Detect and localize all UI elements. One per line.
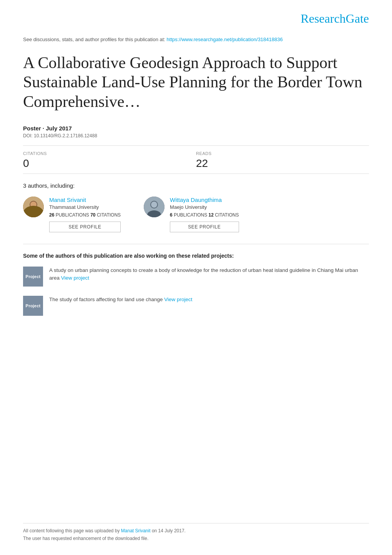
paper-title: A Collaborative Geodesign Approach to Su…: [23, 53, 369, 111]
publication-link[interactable]: https://www.researchgate.net/publication…: [167, 37, 283, 42]
citations-col: CITATIONS 0: [23, 151, 196, 170]
svg-point-3: [30, 202, 37, 208]
meta-section: Poster · July 2017 DOI: 10.13140/RG.2.2.…: [23, 125, 369, 138]
svg-point-0: [23, 197, 44, 217]
paper-dot: ·: [43, 125, 46, 132]
author-stats-2: 6 PUBLICATIONS 12 CITATIONS: [170, 212, 239, 218]
author-name-2[interactable]: Wittaya Daungthima: [170, 197, 239, 203]
project-link-2[interactable]: View project: [164, 297, 192, 302]
author-stats-1: 26 PUBLICATIONS 70 CITATIONS: [49, 212, 121, 218]
page-container: ResearchGate See discussions, stats, and…: [0, 0, 392, 555]
reads-label: READS: [196, 151, 361, 156]
project-link-1[interactable]: View project: [61, 275, 89, 281]
author-avatar-1: [23, 197, 44, 217]
svg-point-7: [151, 202, 157, 208]
stats-divider: [23, 173, 369, 174]
author-institution-1: Thammasat University: [49, 204, 121, 210]
see-profile-button-1[interactable]: SEE PROFILE: [49, 222, 121, 232]
author-cites-label-2: CITATIONS: [215, 212, 239, 218]
authors-grid: Manat Srivanit Thammasat University 26 P…: [23, 197, 369, 232]
author-pubs-count-2: 6: [170, 212, 173, 218]
author-cites-label-1: CITATIONS: [97, 212, 121, 218]
author-top-1: Manat Srivanit Thammasat University 26 P…: [23, 197, 121, 232]
related-projects-heading: Some of the authors of this publication …: [23, 244, 369, 259]
author-info-1: Manat Srivanit Thammasat University 26 P…: [49, 197, 121, 232]
intro-line: See discussions, stats, and author profi…: [23, 37, 369, 42]
stats-row: CITATIONS 0 READS 22: [23, 145, 369, 170]
header: ResearchGate: [23, 12, 369, 26]
author-card-1: Manat Srivanit Thammasat University 26 P…: [23, 197, 121, 232]
author-name-1[interactable]: Manat Srivanit: [49, 197, 121, 203]
footer-line-1: All content following this page was uplo…: [23, 528, 369, 533]
author-pubs-label-1: PUBLICATIONS: [56, 212, 90, 218]
author-institution-2: Maejo University: [170, 204, 239, 210]
paper-type: Poster: [23, 125, 41, 132]
page-footer: All content following this page was uplo…: [23, 523, 369, 543]
paper-type-date: Poster · July 2017: [23, 125, 369, 132]
svg-point-2: [27, 210, 40, 217]
author-card-2: Wittaya Daungthima Maejo University 6 PU…: [144, 197, 239, 232]
author-cites-count-2: 12: [209, 212, 214, 218]
project-item-1: Project A study on urban planning concep…: [23, 267, 369, 287]
author-cites-count-1: 70: [90, 212, 95, 218]
author-pubs-count-1: 26: [49, 212, 54, 218]
authors-including: , including:: [47, 182, 75, 189]
see-profile-button-2[interactable]: SEE PROFILE: [170, 222, 239, 232]
researchgate-logo: ResearchGate: [301, 12, 369, 26]
reads-col: READS 22: [196, 151, 369, 170]
paper-doi: DOI: 10.13140/RG.2.2.17186.12488: [23, 133, 369, 138]
author-info-2: Wittaya Daungthima Maejo University 6 PU…: [170, 197, 239, 232]
project-text-2: The study of factors affecting for land …: [49, 296, 192, 303]
footer-line-2: The user has requested enhancement of th…: [23, 536, 369, 541]
authors-count: 3 authors: [23, 182, 47, 189]
author-top-2: Wittaya Daungthima Maejo University 6 PU…: [144, 197, 239, 232]
project-item-2: Project The study of factors affecting f…: [23, 296, 369, 316]
project-icon-2: Project: [23, 296, 43, 316]
paper-date: July 2017: [46, 125, 72, 132]
author-pubs-label-2: PUBLICATIONS: [174, 212, 208, 218]
author-avatar-2: [144, 197, 164, 217]
project-icon-1: Project: [23, 267, 43, 287]
reads-value: 22: [196, 157, 361, 170]
authors-heading: 3 authors, including:: [23, 182, 369, 189]
citations-label: CITATIONS: [23, 151, 188, 156]
intro-text: See discussions, stats, and author profi…: [23, 37, 165, 42]
citations-value: 0: [23, 157, 188, 170]
project-text-1: A study on urban planning concepts to cr…: [49, 267, 369, 282]
